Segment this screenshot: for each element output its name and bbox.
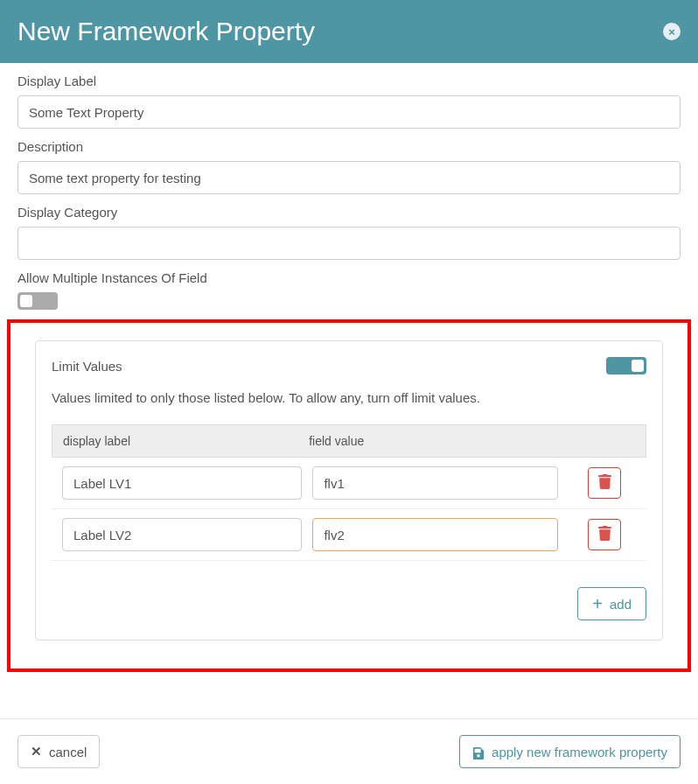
trash-icon <box>598 474 611 492</box>
limit-values-panel: Limit Values Values limited to only thos… <box>35 340 663 640</box>
modal-footer: ✕ cancel apply new framework property <box>0 718 698 784</box>
save-icon <box>472 744 485 759</box>
limit-values-header: display label field value <box>52 424 646 458</box>
modal-header: New Framework Property × <box>0 0 698 63</box>
close-button[interactable]: × <box>663 23 681 40</box>
row-value-input[interactable] <box>312 466 557 500</box>
cancel-label: cancel <box>49 745 87 760</box>
col-display-label: display label <box>63 434 309 448</box>
allow-multiple-toggle[interactable] <box>17 292 58 310</box>
add-value-button[interactable]: + add <box>577 587 646 620</box>
apply-label: apply new framework property <box>492 745 667 760</box>
row-label-input[interactable] <box>62 518 302 551</box>
description-input[interactable] <box>17 161 681 194</box>
limit-values-row <box>52 458 646 509</box>
x-icon: ✕ <box>31 744 42 760</box>
description-label: Description <box>17 139 681 154</box>
plus-icon: + <box>592 595 603 612</box>
display-category-label: Display Category <box>17 205 681 220</box>
limit-values-help: Values limited to only those listed belo… <box>52 390 646 405</box>
cancel-button[interactable]: ✕ cancel <box>17 735 100 768</box>
modal-body[interactable]: Display Label Description Display Catego… <box>0 63 698 718</box>
apply-button[interactable]: apply new framework property <box>459 735 681 768</box>
display-label-input[interactable] <box>17 95 681 129</box>
modal-title: New Framework Property <box>17 17 315 46</box>
limit-values-title: Limit Values <box>52 359 122 374</box>
display-category-input[interactable] <box>17 227 681 260</box>
close-icon: × <box>668 26 675 38</box>
add-value-label: add <box>610 597 632 612</box>
allow-multiple-label: Allow Multiple Instances Of Field <box>17 270 681 285</box>
row-label-input[interactable] <box>62 466 302 500</box>
trash-icon <box>598 526 611 543</box>
limit-values-toggle[interactable] <box>606 357 646 374</box>
col-field-value: field value <box>309 434 555 448</box>
toggle-knob <box>20 295 32 307</box>
limit-values-row <box>52 509 646 561</box>
row-delete-button[interactable] <box>588 519 621 550</box>
row-delete-button[interactable] <box>588 467 621 499</box>
limit-values-highlight: Limit Values Values limited to only thos… <box>7 319 691 672</box>
toggle-knob <box>632 360 644 372</box>
row-value-input[interactable] <box>312 518 557 551</box>
display-label-label: Display Label <box>17 74 681 88</box>
